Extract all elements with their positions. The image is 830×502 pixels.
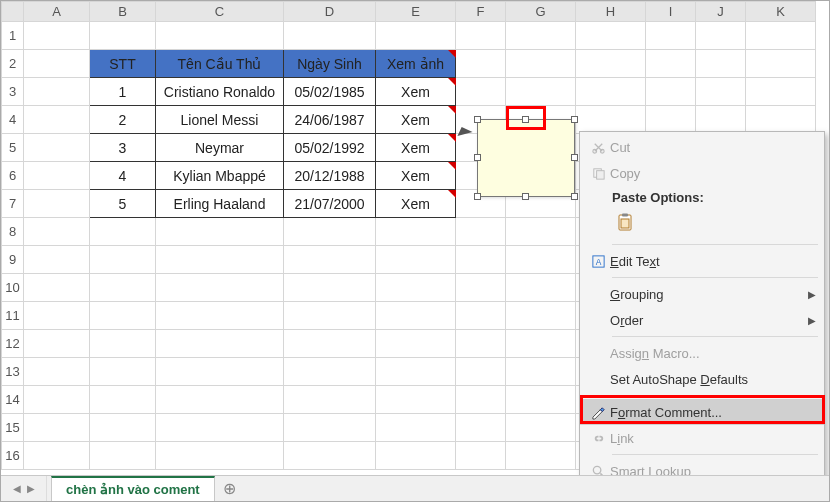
cell[interactable] [506,330,576,358]
menu-item-cut[interactable]: Cut [580,134,824,160]
sheet-tab-active[interactable]: chèn ảnh vào coment [51,476,215,501]
cell[interactable] [284,386,376,414]
column-header[interactable]: C [156,2,284,22]
paste-button[interactable] [612,209,638,235]
cell[interactable] [506,274,576,302]
table-header-cell[interactable]: STT [90,50,156,78]
cell[interactable] [90,302,156,330]
cell[interactable] [376,22,456,50]
cell[interactable] [284,330,376,358]
cell[interactable] [506,386,576,414]
resize-handle[interactable] [571,193,578,200]
row-header[interactable]: 9 [2,246,24,274]
cell[interactable] [156,358,284,386]
cell[interactable] [90,274,156,302]
cell[interactable] [506,218,576,246]
table-data-cell[interactable]: 2 [90,106,156,134]
cell[interactable] [90,330,156,358]
table-data-cell[interactable]: Erling Haaland [156,190,284,218]
cell[interactable] [24,106,90,134]
sheet-add-button[interactable]: ⊕ [215,476,245,501]
row-header[interactable]: 1 [2,22,24,50]
table-data-cell[interactable]: 4 [90,162,156,190]
resize-handle[interactable] [474,154,481,161]
cell[interactable] [576,78,646,106]
cell[interactable] [576,22,646,50]
table-data-cell[interactable]: Xem [376,162,456,190]
cell[interactable] [284,246,376,274]
cell[interactable] [506,78,576,106]
cell[interactable] [90,218,156,246]
column-header[interactable]: K [746,2,816,22]
cell[interactable] [376,246,456,274]
cell[interactable] [24,218,90,246]
cell[interactable] [24,78,90,106]
cell[interactable] [456,330,506,358]
table-data-cell[interactable]: Neymar [156,134,284,162]
resize-handle[interactable] [522,116,529,123]
cell[interactable] [24,302,90,330]
cell[interactable] [156,218,284,246]
cell[interactable] [24,162,90,190]
cell[interactable] [24,358,90,386]
cell[interactable] [456,302,506,330]
cell[interactable] [156,22,284,50]
cell[interactable] [156,330,284,358]
cell[interactable] [90,442,156,470]
row-header[interactable]: 2 [2,50,24,78]
cell[interactable] [156,442,284,470]
cell[interactable] [376,386,456,414]
row-header[interactable]: 11 [2,302,24,330]
table-data-cell[interactable]: Lionel Messi [156,106,284,134]
cell[interactable] [456,218,506,246]
cell[interactable] [456,22,506,50]
menu-item-format-comment[interactable]: Format Comment... [580,399,824,425]
row-header[interactable]: 14 [2,386,24,414]
table-data-cell[interactable]: 21/07/2000 [284,190,376,218]
cell[interactable] [156,246,284,274]
cell[interactable] [24,442,90,470]
table-data-cell[interactable]: 5 [90,190,156,218]
cell[interactable] [90,386,156,414]
cell[interactable] [376,218,456,246]
cell[interactable] [506,442,576,470]
cell[interactable] [456,442,506,470]
table-data-cell[interactable]: 20/12/1988 [284,162,376,190]
cell[interactable] [284,218,376,246]
row-header[interactable]: 12 [2,330,24,358]
cell[interactable] [506,414,576,442]
table-data-cell[interactable]: Xem [376,106,456,134]
cell[interactable] [284,22,376,50]
menu-item-edit-text[interactable]: A Edit Text [580,248,824,274]
cell[interactable] [90,22,156,50]
cell[interactable] [696,22,746,50]
menu-item-assign-macro[interactable]: Assign Macro... [580,340,824,366]
cell[interactable] [90,414,156,442]
resize-handle[interactable] [571,154,578,161]
table-data-cell[interactable]: 05/02/1985 [284,78,376,106]
menu-item-copy[interactable]: Copy [580,160,824,186]
resize-handle[interactable] [522,193,529,200]
column-header[interactable]: G [506,2,576,22]
table-data-cell[interactable]: Xem [376,134,456,162]
row-header[interactable]: 8 [2,218,24,246]
cell[interactable] [284,274,376,302]
cell[interactable] [376,442,456,470]
column-header[interactable]: I [646,2,696,22]
table-data-cell[interactable]: Xem [376,190,456,218]
table-header-cell[interactable]: Tên Cầu Thủ [156,50,284,78]
column-header[interactable]: H [576,2,646,22]
cell[interactable] [284,302,376,330]
column-header[interactable]: J [696,2,746,22]
cell[interactable] [24,134,90,162]
table-data-cell[interactable]: 1 [90,78,156,106]
table-data-cell[interactable]: Xem [376,78,456,106]
cell[interactable] [456,50,506,78]
cell[interactable] [506,302,576,330]
cell[interactable] [284,414,376,442]
cell[interactable] [376,274,456,302]
resize-handle[interactable] [474,193,481,200]
cell[interactable] [746,78,816,106]
sheet-nav-buttons[interactable]: ◀ ▶ [1,476,47,501]
cell[interactable] [90,246,156,274]
